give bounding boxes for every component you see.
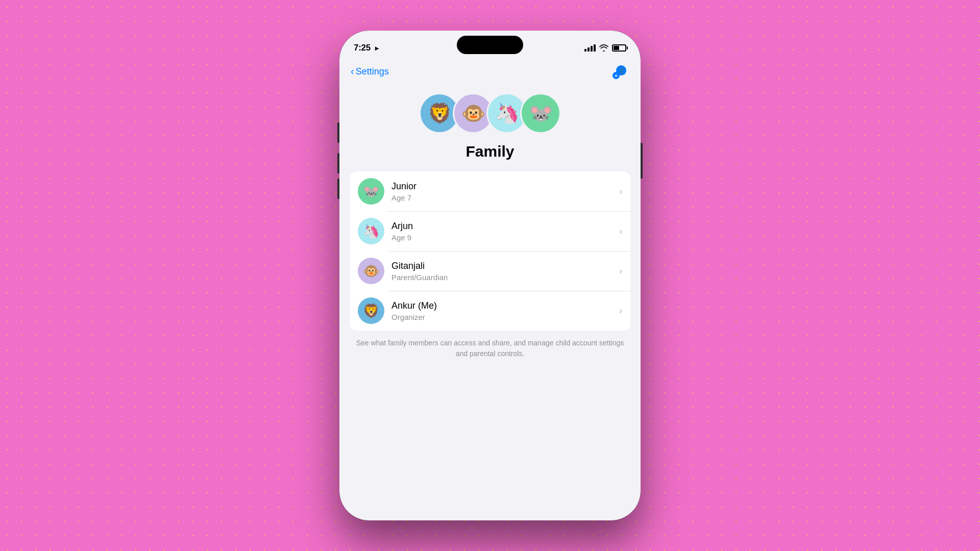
chevron-right-icon: ›	[619, 226, 622, 237]
phone-frame: 7:25 ►	[339, 31, 641, 520]
status-bar: 7:25 ►	[339, 31, 641, 58]
member-info-gitanjali: Gitanjali Parent/Guardian	[391, 260, 619, 281]
member-avatar-arjun: 🦄	[358, 218, 384, 244]
member-info-junior: Junior Age 7	[391, 181, 619, 202]
screen: 7:25 ►	[339, 31, 641, 520]
footer-text: See what family members can access and s…	[350, 331, 630, 359]
content: 🦁 🐵 🦄 🐭 Family 🐭 Junior Age 7 ›	[339, 83, 641, 520]
member-role-arjun: Age 9	[391, 233, 619, 242]
avatar-group: 🦁 🐵 🦄 🐭	[350, 93, 630, 134]
member-avatar-ankur: 🦁	[358, 297, 384, 324]
member-role-junior: Age 7	[391, 193, 619, 202]
back-chevron-icon: ‹	[351, 66, 354, 76]
chevron-right-icon: ›	[619, 306, 622, 316]
member-avatar-gitanjali: 🐵	[358, 258, 384, 284]
member-role-gitanjali: Parent/Guardian	[391, 273, 619, 282]
family-item-gitanjali[interactable]: 🐵 Gitanjali Parent/Guardian ›	[350, 251, 630, 291]
member-name-arjun: Arjun	[391, 220, 619, 232]
page-title: Family	[350, 143, 630, 160]
nav-bar: ‹ Settings 👤 +	[339, 58, 641, 83]
back-button[interactable]: ‹ Settings	[351, 66, 389, 77]
signal-icon	[584, 44, 596, 52]
status-time: 7:25 ►	[354, 43, 380, 53]
add-member-button[interactable]: 👤 +	[611, 62, 629, 81]
member-info-arjun: Arjun Age 9	[391, 220, 619, 241]
family-item-junior[interactable]: 🐭 Junior Age 7 ›	[350, 171, 630, 211]
member-name-gitanjali: Gitanjali	[391, 260, 619, 272]
svg-text:+: +	[615, 73, 618, 79]
member-name-ankur: Ankur (Me)	[391, 300, 619, 312]
member-avatar-junior: 🐭	[358, 178, 384, 205]
chevron-right-icon: ›	[619, 266, 622, 277]
chevron-right-icon: ›	[619, 186, 622, 197]
family-item-arjun[interactable]: 🦄 Arjun Age 9 ›	[350, 211, 630, 251]
family-avatar-mouse: 🐭	[520, 93, 561, 134]
member-info-ankur: Ankur (Me) Organizer	[391, 300, 619, 321]
family-list: 🐭 Junior Age 7 › 🦄 Arjun Age 9 ›	[350, 171, 630, 331]
battery-icon	[612, 44, 626, 52]
family-item-ankur[interactable]: 🦁 Ankur (Me) Organizer ›	[350, 291, 630, 331]
member-name-junior: Junior	[391, 181, 619, 192]
status-icons	[584, 44, 626, 52]
wifi-icon	[599, 44, 608, 52]
back-label: Settings	[356, 66, 389, 77]
member-role-ankur: Organizer	[391, 313, 619, 321]
dynamic-island	[457, 36, 523, 54]
